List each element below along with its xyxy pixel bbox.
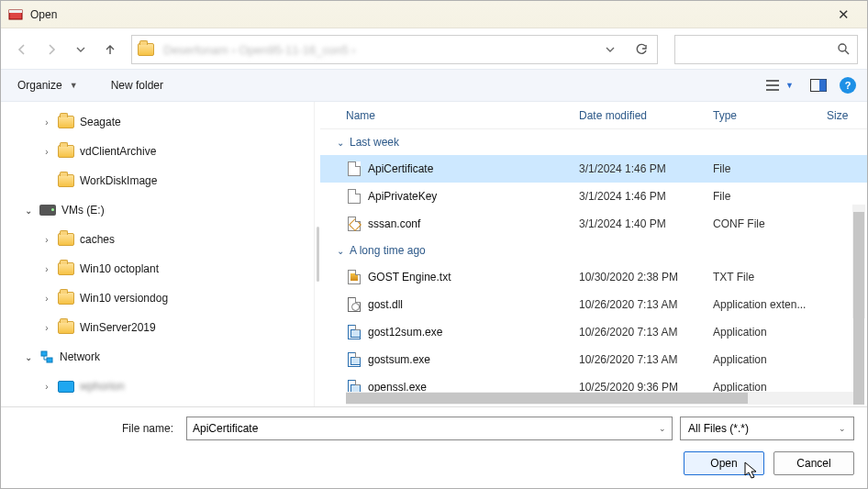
organize-button[interactable]: Organize ▼: [12, 75, 83, 95]
tree-item-label: WinServer2019: [80, 321, 156, 334]
address-dropdown[interactable]: [595, 36, 626, 63]
file-row[interactable]: gost12sum.exe10/26/2020 7:13 AMApplicati…: [320, 318, 867, 346]
open-button[interactable]: Open: [684, 451, 764, 475]
nav-row: Deserfonam › Open95-11-16_con5 ›: [1, 28, 867, 69]
folder-icon: [58, 321, 74, 334]
caret-down-icon: ▼: [70, 81, 78, 90]
svg-rect-9: [41, 351, 47, 356]
file-icon: [346, 161, 362, 176]
tree-item[interactable]: ⌄Network: [5, 342, 314, 372]
chevron-icon[interactable]: ⌄: [23, 206, 34, 216]
file-icon: [346, 297, 362, 312]
file-type: File: [713, 162, 827, 175]
filetype-filter[interactable]: All Files (*.*) ⌄: [680, 417, 854, 440]
file-row[interactable]: ApiPrivateKey3/1/2024 1:46 PMFile: [320, 183, 867, 210]
file-list[interactable]: ⌄Last weekApiCertificate3/1/2024 1:46 PM…: [320, 129, 867, 392]
tree-item[interactable]: ›caches: [5, 225, 314, 254]
search-box[interactable]: [674, 35, 858, 64]
chevron-icon[interactable]: ›: [41, 117, 52, 128]
file-row[interactable]: gost.dll10/26/2020 7:13 AMApplication ex…: [320, 291, 867, 318]
chevron-icon[interactable]: ›: [41, 294, 52, 304]
file-pane: Name Date modified Type Size ⌄Last weekA…: [320, 102, 867, 406]
tree-item[interactable]: ›WinServer2019: [5, 313, 314, 342]
file-date: 10/26/2020 7:13 AM: [579, 298, 713, 311]
file-icon: [346, 270, 362, 284]
group-header[interactable]: ⌄Last week: [320, 129, 867, 155]
tree-item[interactable]: ›Win10 versiondog: [5, 283, 314, 313]
preview-pane-button[interactable]: [807, 76, 830, 94]
address-bar[interactable]: Deserfonam › Open95-11-16_con5 ›: [131, 35, 658, 64]
new-folder-button[interactable]: New folder: [106, 75, 169, 95]
file-row[interactable]: ApiCertificate3/1/2024 1:46 PMFile: [320, 155, 867, 183]
tree-item-label: caches: [80, 233, 115, 246]
col-name[interactable]: Name: [346, 109, 579, 122]
splitter[interactable]: [315, 102, 320, 406]
tree-item-label: VMs (E:): [61, 204, 105, 217]
chevron-icon[interactable]: ›: [41, 382, 52, 392]
chevron-icon[interactable]: ›: [41, 147, 52, 157]
col-type[interactable]: Type: [713, 109, 827, 122]
folder-icon: [58, 116, 74, 128]
caret-down-icon[interactable]: ⌄: [659, 424, 666, 433]
chevron-icon[interactable]: ›: [41, 323, 52, 333]
group-header[interactable]: ⌄A long time ago: [320, 238, 867, 263]
tree-item[interactable]: ›Seagate: [5, 107, 314, 137]
search-icon: [837, 42, 850, 58]
tree-item[interactable]: ›Win10 octoplant: [5, 254, 314, 283]
tree-item[interactable]: ⌄VMs (E:): [5, 195, 314, 225]
nav-tree[interactable]: ›Seagate›vdClientArchiveWorkDiskImage⌄VM…: [1, 102, 315, 406]
file-row[interactable]: GOST Engine.txt10/30/2020 2:38 PMTXT Fil…: [320, 263, 867, 291]
close-button[interactable]: ✕: [825, 3, 862, 27]
forward-button[interactable]: [39, 38, 63, 61]
file-date: 10/25/2020 9:36 PM: [579, 381, 713, 392]
tree-item[interactable]: WorkDiskImage: [5, 166, 314, 195]
horizontal-scrollbar[interactable]: [346, 392, 862, 405]
cancel-button[interactable]: Cancel: [773, 451, 854, 475]
file-type: CONF File: [713, 217, 827, 230]
file-type: Application: [713, 353, 827, 366]
svg-rect-10: [47, 358, 52, 362]
file-type: Application exten...: [713, 298, 827, 311]
refresh-button[interactable]: [626, 36, 657, 63]
caret-down-icon: ⌄: [839, 424, 846, 433]
chevron-icon[interactable]: ⌄: [23, 352, 34, 362]
vertical-scrollbar[interactable]: [852, 205, 865, 318]
titlebar: Open ✕: [1, 1, 867, 28]
file-row[interactable]: gostsum.exe10/26/2020 7:13 AMApplication: [320, 346, 867, 373]
up-button[interactable]: [98, 38, 122, 61]
tree-item[interactable]: ›wphorion: [5, 372, 314, 401]
column-headers[interactable]: Name Date modified Type Size: [320, 102, 867, 129]
folder-icon: [58, 145, 74, 158]
tree-item-label: WorkDiskImage: [80, 174, 157, 187]
file-type: Application: [713, 381, 827, 392]
file-row[interactable]: sssan.conf3/1/2024 1:40 PMCONF File: [320, 210, 867, 238]
chevron-icon[interactable]: ›: [41, 264, 52, 274]
chevron-down-icon: ⌄: [337, 138, 344, 148]
chevron-down-icon: ⌄: [337, 246, 344, 256]
folder-icon: [58, 292, 74, 305]
filename-label: File name:: [14, 422, 179, 435]
back-button[interactable]: [10, 38, 34, 61]
help-button[interactable]: ?: [840, 77, 856, 94]
file-name: openssl.exe: [368, 381, 579, 392]
file-name: gost.dll: [368, 298, 579, 311]
group-title: A long time ago: [350, 244, 426, 257]
body: ›Seagate›vdClientArchiveWorkDiskImage⌄VM…: [1, 102, 867, 406]
window-title: Open: [30, 8, 57, 21]
recent-dropdown[interactable]: [69, 38, 93, 61]
view-mode-button[interactable]: ▼: [762, 76, 797, 94]
tree-item[interactable]: HT-DRAEHS: [5, 401, 314, 406]
col-size[interactable]: Size: [827, 109, 867, 122]
filename-input[interactable]: ApiCertificate ⌄: [186, 417, 673, 440]
tree-item[interactable]: ›vdClientArchive: [5, 137, 314, 166]
file-type: Application: [713, 326, 827, 339]
app-icon: [8, 7, 23, 22]
chevron-icon[interactable]: ›: [41, 235, 52, 245]
svg-rect-1: [9, 10, 22, 13]
list-icon: [765, 79, 780, 92]
folder-icon: [138, 43, 154, 56]
tree-item-label: wphorion: [80, 380, 125, 393]
file-row[interactable]: openssl.exe10/25/2020 9:36 PMApplication…: [320, 373, 867, 392]
col-date[interactable]: Date modified: [579, 109, 713, 122]
computer-icon: [58, 381, 74, 393]
